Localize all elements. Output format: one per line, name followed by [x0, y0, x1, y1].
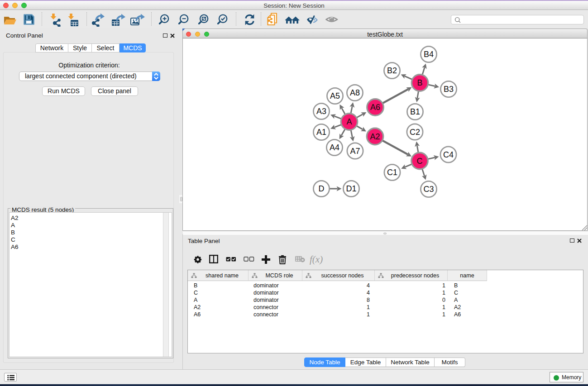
svg-text:A4: A4 [330, 143, 339, 152]
svg-text:B4: B4 [424, 50, 434, 59]
svg-text:C: C [417, 157, 423, 166]
svg-text:B3: B3 [444, 85, 454, 94]
svg-text:A5: A5 [330, 91, 340, 100]
svg-text:C4: C4 [443, 150, 454, 159]
svg-text:D: D [319, 184, 325, 193]
svg-text:C3: C3 [423, 185, 434, 194]
svg-text:A1: A1 [316, 128, 326, 137]
svg-text:D1: D1 [346, 184, 356, 193]
svg-text:A6: A6 [370, 103, 380, 112]
svg-text:C1: C1 [387, 168, 397, 177]
svg-text:C2: C2 [410, 128, 420, 137]
svg-text:B: B [417, 78, 422, 87]
svg-text:A2: A2 [370, 132, 380, 141]
svg-text:A8: A8 [350, 88, 360, 97]
svg-text:B2: B2 [387, 66, 397, 75]
svg-text:B1: B1 [410, 107, 420, 116]
svg-text:A7: A7 [350, 147, 360, 156]
svg-text:A3: A3 [316, 107, 326, 116]
svg-text:A: A [346, 117, 352, 126]
